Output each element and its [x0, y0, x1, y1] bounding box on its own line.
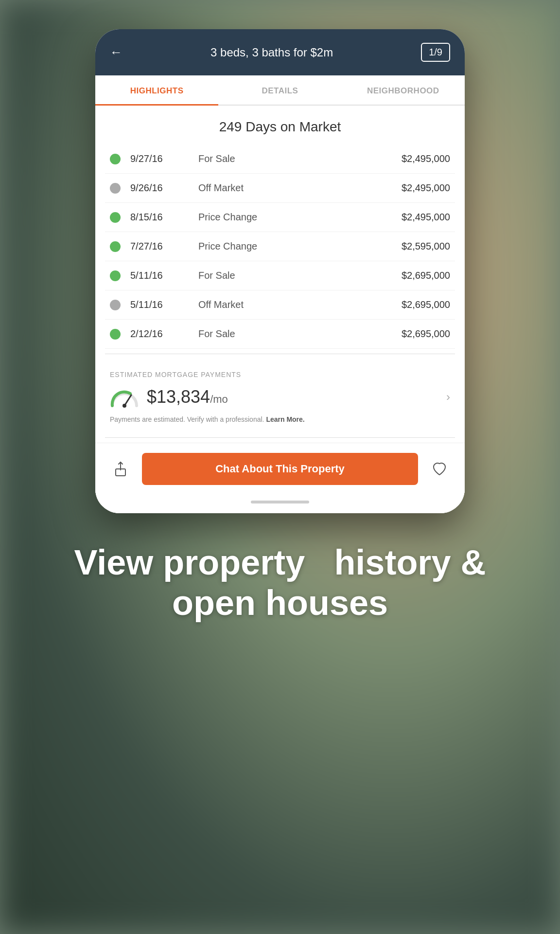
status-dot-green: [110, 212, 121, 223]
back-button[interactable]: ←: [110, 45, 122, 60]
status-dot-gray: [110, 300, 121, 310]
mortgage-amount-row[interactable]: $13,834/mo ›: [110, 386, 450, 408]
mortgage-amount: $13,834/mo: [147, 387, 228, 407]
history-price: $2,695,000: [402, 270, 450, 281]
history-status: Off Market: [198, 299, 402, 310]
tab-details[interactable]: DETAILS: [218, 75, 341, 105]
mortgage-left: $13,834/mo: [110, 386, 228, 408]
scroll-indicator: [95, 495, 465, 513]
mortgage-label: ESTIMATED MORTGAGE PAYMENTS: [110, 371, 450, 378]
status-dot-green: [110, 154, 121, 164]
history-date: 9/27/16: [130, 153, 198, 164]
table-row: 8/15/16 Price Change $2,495,000: [105, 203, 455, 232]
history-price: $2,495,000: [402, 182, 450, 194]
table-row: 7/27/16 Price Change $2,595,000: [105, 232, 455, 261]
status-dot-green: [110, 329, 121, 340]
phone-frame: ← 3 beds, 3 baths for $2m 1/9 HIGHLIGHTS…: [95, 29, 465, 513]
favorite-button[interactable]: [426, 455, 453, 483]
history-price: $2,595,000: [402, 241, 450, 252]
history-list: 9/27/16 For Sale $2,495,000 9/26/16 Off …: [95, 144, 465, 349]
table-row: 5/11/16 For Sale $2,695,000: [105, 261, 455, 290]
history-date: 8/15/16: [130, 212, 198, 223]
table-row: 5/11/16 Off Market $2,695,000: [105, 290, 455, 320]
heart-icon: [432, 461, 447, 477]
table-row: 2/12/16 For Sale $2,695,000: [105, 320, 455, 349]
history-date: 9/26/16: [130, 182, 198, 194]
table-row: 9/27/16 For Sale $2,495,000: [105, 144, 455, 174]
section-divider: [105, 354, 455, 354]
content-area: 249 Days on Market 9/27/16 For Sale $2,4…: [95, 106, 465, 513]
status-dot-green: [110, 241, 121, 252]
history-date: 5/11/16: [130, 299, 198, 310]
history-status: Off Market: [198, 182, 402, 194]
tab-highlights[interactable]: HIGHLIGHTS: [95, 75, 218, 105]
app-header: ← 3 beds, 3 baths for $2m 1/9: [95, 29, 465, 75]
header-title: 3 beds, 3 baths for $2m: [210, 46, 333, 59]
history-date: 5/11/16: [130, 270, 198, 281]
tab-neighborhood[interactable]: NEIGHBORHOOD: [342, 75, 465, 105]
mortgage-period: /mo: [210, 393, 228, 405]
history-date: 2/12/16: [130, 328, 198, 340]
history-status: Price Change: [198, 241, 402, 252]
gauge-icon: [110, 386, 139, 408]
table-row: 9/26/16 Off Market $2,495,000: [105, 174, 455, 203]
history-status: For Sale: [198, 270, 402, 281]
page-indicator: 1/9: [421, 43, 450, 62]
history-status: Price Change: [198, 212, 402, 223]
history-date: 7/27/16: [130, 241, 198, 252]
history-price: $2,695,000: [402, 328, 450, 340]
learn-more-link[interactable]: Learn More.: [266, 415, 304, 423]
history-price: $2,695,000: [402, 299, 450, 310]
tab-bar: HIGHLIGHTS DETAILS NEIGHBORHOOD: [95, 75, 465, 106]
mortgage-chevron-icon: ›: [446, 390, 450, 404]
svg-point-1: [122, 404, 126, 408]
history-status: For Sale: [198, 328, 402, 340]
history-status: For Sale: [198, 153, 402, 164]
bottom-toolbar: Chat About This Property: [95, 443, 465, 495]
share-button[interactable]: [107, 455, 134, 483]
share-icon: [113, 461, 128, 477]
section-divider-2: [105, 437, 455, 438]
mortgage-disclaimer: Payments are estimated. Verify with a pr…: [110, 414, 450, 425]
promo-section: View property history &open houses: [35, 542, 525, 623]
history-price: $2,495,000: [402, 212, 450, 223]
promo-text: View property history &open houses: [74, 542, 486, 623]
mortgage-section: ESTIMATED MORTGAGE PAYMENTS $13,834/mo ›: [95, 359, 465, 432]
history-price: $2,495,000: [402, 153, 450, 164]
chat-about-property-button[interactable]: Chat About This Property: [142, 453, 418, 485]
market-history-title: 249 Days on Market: [95, 106, 465, 144]
status-dot-gray: [110, 183, 121, 194]
status-dot-green: [110, 270, 121, 281]
scroll-bar: [251, 501, 309, 503]
